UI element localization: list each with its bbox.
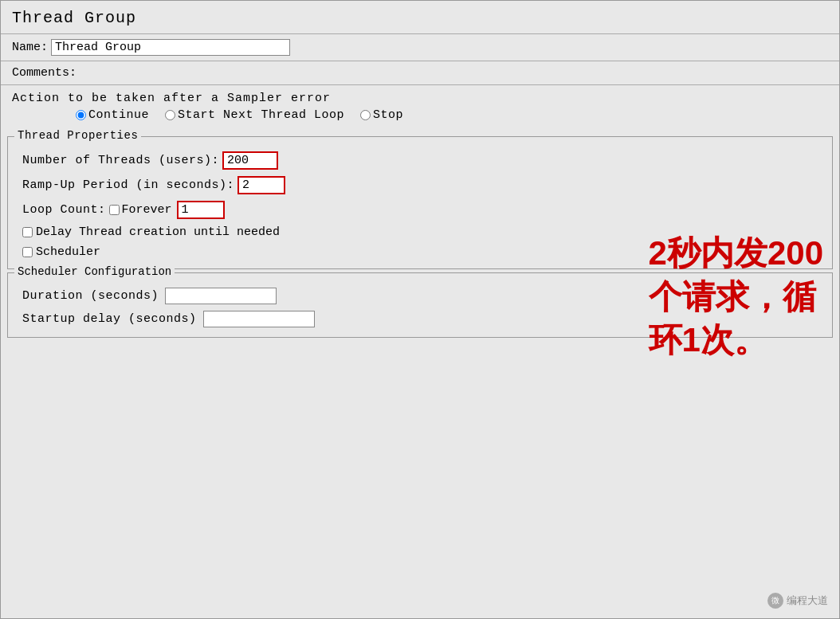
radio-start-next-label: Start Next Thread Loop	[178, 108, 344, 122]
duration-label: Duration (seconds)	[22, 289, 159, 303]
forever-label: Forever	[122, 203, 172, 217]
scheduler-row: Scheduler	[16, 242, 824, 262]
sampler-error-title: Action to be taken after a Sampler error	[12, 92, 828, 105]
loop-count-row: Loop Count: Forever	[16, 198, 824, 222]
radio-stop-label: Stop	[373, 108, 403, 122]
delay-thread-label: Delay Thread creation until needed	[36, 225, 280, 239]
radio-continue-label: Continue	[88, 108, 149, 122]
sampler-radio-row: Continue Start Next Thread Loop Stop	[12, 105, 828, 128]
name-label: Name:	[12, 41, 48, 54]
watermark-text: 编程大道	[787, 594, 828, 608]
name-input[interactable]	[51, 39, 290, 56]
radio-continue[interactable]: Continue	[76, 108, 149, 122]
scheduler-config-title: Scheduler Configuration	[14, 265, 175, 278]
startup-delay-label: Startup delay (seconds)	[22, 312, 197, 326]
watermark: 微 编程大道	[767, 593, 828, 609]
num-threads-row: Number of Threads (users):	[16, 148, 824, 173]
scheduler-config-section: Scheduler Configuration Duration (second…	[7, 272, 833, 338]
delay-thread-row: Delay Thread creation until needed	[16, 222, 824, 242]
forever-checkbox[interactable]	[109, 205, 120, 215]
ramp-up-input[interactable]	[237, 176, 285, 194]
forever-checkbox-label[interactable]: Forever	[109, 203, 172, 217]
comments-row: Comments:	[1, 61, 839, 84]
ramp-up-label: Ramp-Up Period (in seconds):	[22, 178, 234, 192]
scheduler-checkbox[interactable]	[22, 247, 33, 257]
sampler-error-section: Action to be taken after a Sampler error…	[1, 85, 839, 133]
thread-properties-section: Thread Properties Number of Threads (use…	[7, 136, 833, 269]
radio-start-next[interactable]: Start Next Thread Loop	[165, 108, 344, 122]
name-row: Name:	[1, 34, 839, 61]
num-threads-label: Number of Threads (users):	[22, 154, 219, 167]
radio-stop[interactable]: Stop	[360, 108, 403, 122]
panel-title: Thread Group	[1, 1, 839, 33]
ramp-up-row: Ramp-Up Period (in seconds):	[16, 173, 824, 198]
thread-properties-title: Thread Properties	[14, 129, 141, 142]
duration-row: Duration (seconds)	[16, 284, 824, 308]
loop-count-label: Loop Count:	[22, 203, 106, 217]
watermark-icon: 微	[767, 593, 783, 609]
loop-count-input[interactable]	[177, 201, 225, 219]
main-container: Thread Group Name: Comments: Action to b…	[0, 0, 840, 619]
scheduler-label: Scheduler	[36, 245, 100, 259]
delay-thread-checkbox[interactable]	[22, 227, 33, 237]
startup-delay-row: Startup delay (seconds)	[16, 308, 824, 331]
startup-delay-input[interactable]	[203, 311, 315, 327]
thread-properties-content: Number of Threads (users): Ramp-Up Perio…	[8, 137, 832, 268]
duration-input[interactable]	[165, 288, 277, 304]
scheduler-config-content: Duration (seconds) Startup delay (second…	[8, 273, 832, 337]
num-threads-input[interactable]	[222, 151, 278, 170]
comments-label: Comments:	[12, 66, 77, 80]
